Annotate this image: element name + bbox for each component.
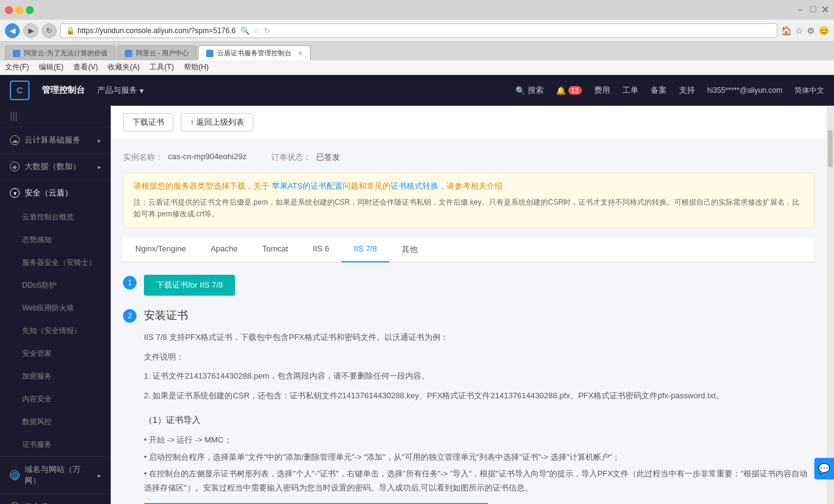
tab-iis78[interactable]: IIS 7/8: [341, 238, 389, 262]
tab-aliyun-user[interactable]: 阿里云 - 用户中心: [117, 45, 197, 60]
tab-aliyun-value[interactable]: 阿里云-为了无法计算的价值: [5, 45, 116, 60]
back-button[interactable]: ◀: [5, 23, 20, 38]
close-icon[interactable]: ✕: [821, 4, 829, 17]
sidebar-item-waf[interactable]: Web应用防火墙: [0, 297, 111, 320]
scroll-thumb: [828, 130, 833, 167]
step1-section: 1 下载证书for IIS 7/8: [123, 275, 814, 296]
step2-content: 安装证书 IIS 7/8 支持PFX格式证书，下载包中包含PFX格式证书和密码文…: [144, 308, 814, 504]
file-desc-title: 文件说明：: [144, 350, 814, 364]
apple-ats-link[interactable]: 苹果ATS的证书配置: [272, 181, 343, 191]
sidebar: ||| ☁ 云计算基础服务 ▸ ◈ 大数据（数加） ▸ ▾: [0, 106, 111, 504]
notice-title: 请根据您的服务器类型选择下载，关于 苹果ATS的证书配置问题和常见的证书格式转换…: [133, 181, 804, 192]
sidebar-item-content-security[interactable]: 内容安全: [0, 388, 111, 411]
domain-expand-icon: ▸: [98, 472, 101, 479]
address-bar[interactable]: 🔒 https://yundun.console.aliyun.com/?spm…: [60, 23, 777, 38]
sidebar-group-cloud: ☁ 云计算基础服务 ▸: [0, 127, 111, 154]
close-btn[interactable]: [5, 6, 13, 14]
download-cert-button[interactable]: 下载证书: [123, 113, 173, 132]
browser-nav: ◀ ▶ ↻ 🔒 https://yundun.console.aliyun.co…: [0, 20, 834, 42]
step2-section: 2 安装证书 IIS 7/8 支持PFX格式证书，下载包中包含PFX格式证书和密…: [123, 308, 814, 504]
step2-title: 安装证书: [144, 308, 814, 323]
sidebar-item-data-risk[interactable]: 数据风控: [0, 411, 111, 433]
navbar-title: 管理控制台: [42, 85, 85, 96]
sidebar-item-market[interactable]: 🏪 云市场 ▸: [0, 494, 111, 504]
navbar-ticket[interactable]: 工单: [622, 85, 638, 96]
maximize-btn[interactable]: [26, 6, 34, 14]
home-icon[interactable]: 🏠: [781, 26, 792, 36]
sidebar-item-cloud[interactable]: ☁ 云计算基础服务 ▸: [0, 127, 111, 153]
file-desc-item2: 2. 如果是证书系统创建的CSR，还包含：证书私钥文件2141376144302…: [144, 388, 814, 403]
chat-icon: 💬: [818, 463, 830, 474]
sidebar-collapse-btn[interactable]: |||: [0, 106, 111, 127]
tab-other[interactable]: 其他: [389, 238, 430, 262]
emoji-icon[interactable]: 😊: [819, 26, 829, 36]
menu-view[interactable]: 查看(V): [73, 62, 98, 73]
bigdata-icon: ◈: [10, 162, 20, 171]
refresh-small-icon: ↻: [264, 26, 270, 35]
navbar-notification[interactable]: 🔔 13: [556, 86, 582, 95]
tab-label-2: 阿里云 - 用户中心: [136, 49, 189, 58]
menu-file[interactable]: 文件(F): [5, 62, 29, 73]
menu-help[interactable]: 帮助(H): [184, 62, 209, 73]
ssl-icon: 🔒: [66, 26, 75, 35]
navbar-lang[interactable]: 简体中文: [795, 85, 824, 96]
browser-tabs: 阿里云-为了无法计算的价值 阿里云 - 用户中心 云盾证书服务管理控制台 ✕: [0, 42, 834, 60]
tab-cert-console[interactable]: 云盾证书服务管理控制台 ✕: [198, 45, 311, 60]
forward-button[interactable]: ▶: [23, 23, 38, 38]
step1-content: 下载证书for IIS 7/8: [144, 275, 814, 296]
tab-apache[interactable]: Apache: [198, 238, 250, 262]
star-nav-icon[interactable]: ☆: [795, 26, 803, 36]
back-to-list-button[interactable]: ↑ 返回上级列表: [181, 113, 253, 132]
maximize-icon[interactable]: □: [810, 4, 816, 17]
import-step2: 启动控制台程序，选择菜单"文件"中的"添加/删除管理单元"-> "添加"，从"可…: [144, 450, 814, 464]
refresh-button[interactable]: ↻: [42, 23, 57, 38]
scroll-indicator[interactable]: [827, 106, 834, 504]
navbar-backup[interactable]: 备案: [651, 85, 667, 96]
instance-info: 实例名称： cas-cn-mp904eohi29z: [123, 152, 247, 163]
minimize-icon[interactable]: －: [795, 4, 805, 17]
browser-titlebar: － □ ✕: [0, 0, 834, 20]
notice-desc: 注：云盾证书提供的证书文件后缀是.pem，如果是系统创建的CSR，同时还会伴随证…: [133, 197, 804, 220]
import-title: （1）证书导入: [144, 412, 814, 428]
navbar-support[interactable]: 支持: [679, 85, 695, 96]
sidebar-item-dashboard[interactable]: 云盾控制台概览: [0, 206, 111, 229]
sidebar-item-bigdata[interactable]: ◈ 大数据（数加） ▸: [0, 154, 111, 179]
file-desc-item1: 1. 证书文件214137614430288.pem，包含两段内容，请不要删除任…: [144, 369, 814, 383]
sidebar-item-encryption[interactable]: 加密服务: [0, 365, 111, 388]
sidebar-item-security[interactable]: ▾ 安全（云盾）: [0, 180, 111, 206]
minimize-btn[interactable]: [15, 6, 23, 14]
tab-iis6[interactable]: IIS 6: [300, 238, 341, 262]
download-iis78-button[interactable]: 下载证书for IIS 7/8: [144, 275, 235, 296]
sidebar-item-intelligence[interactable]: 先知（安全情报）: [0, 320, 111, 342]
main-content: 实例名称： cas-cn-mp904eohi29z 订单状态： 已签发 请根据您…: [111, 140, 827, 504]
nav-extra-icons: 🏠 ☆ ⚙ 😊: [781, 26, 829, 36]
tab-nginx[interactable]: Nginx/Tengine: [123, 238, 198, 262]
tab-favicon-3: [206, 50, 213, 57]
cert-tabs: Nginx/Tengine Apache Tomcat IIS 6 IIS 7/…: [123, 238, 814, 262]
chat-float-button[interactable]: 💬: [814, 458, 834, 479]
content-toolbar: 下载证书 ↑ 返回上级列表: [111, 106, 827, 140]
menu-tools[interactable]: 工具(T): [149, 62, 173, 73]
cert-format-link[interactable]: 证书格式转换: [391, 181, 439, 191]
sidebar-item-server-security[interactable]: 服务器安全（安骑士）: [0, 251, 111, 274]
search-icon: 🔍: [240, 26, 250, 35]
order-label: 订单状态：: [271, 152, 311, 163]
step1-badge: 1: [123, 276, 137, 289]
menu-favorites[interactable]: 收藏夹(A): [108, 62, 140, 73]
sidebar-item-security-mgr[interactable]: 安全管家: [0, 342, 111, 365]
notice-box: 请根据您的服务器类型选择下载，关于 苹果ATS的证书配置问题和常见的证书格式转换…: [123, 173, 814, 228]
navbar-search[interactable]: 🔍 搜索: [515, 85, 544, 96]
tab-tomcat[interactable]: Tomcat: [250, 238, 300, 262]
navbar-user[interactable]: hi355*****@aliyun.com: [707, 86, 782, 95]
navbar-product[interactable]: 产品与服务 ▾: [97, 85, 144, 96]
sidebar-item-ddos[interactable]: DDoS防护: [0, 274, 111, 297]
browser-menubar: 文件(F) 编辑(E) 查看(V) 收藏夹(A) 工具(T) 帮助(H): [0, 60, 834, 75]
tab-close-icon[interactable]: ✕: [298, 50, 303, 57]
sidebar-item-domain[interactable]: 🌐 域名与网站（万网） ▸: [0, 457, 111, 494]
menu-edit[interactable]: 编辑(E): [39, 62, 63, 73]
settings-icon[interactable]: ⚙: [807, 26, 815, 36]
sidebar-item-situation[interactable]: 态势感知: [0, 229, 111, 251]
sidebar-item-cert[interactable]: 证书服务: [0, 433, 111, 456]
navbar-fee[interactable]: 费用: [594, 85, 610, 96]
tab-label-1: 阿里云-为了无法计算的价值: [24, 49, 108, 58]
